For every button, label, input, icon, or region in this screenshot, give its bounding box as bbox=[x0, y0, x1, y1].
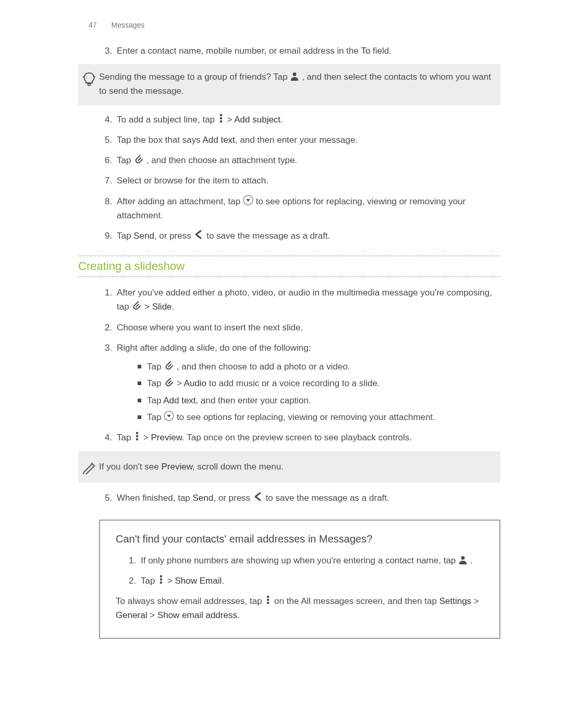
cb-mid: on the All messages screen, and then tap bbox=[274, 596, 439, 606]
ss3-b1-prefix: Tap bbox=[147, 362, 164, 372]
ss3-b3-suffix: , and then enter your caption. bbox=[196, 396, 311, 405]
header-section: Messages bbox=[111, 21, 144, 29]
callout-body: To always show email addresses, tap on t… bbox=[116, 594, 484, 622]
step-6: Tap , and then choose an attachment type… bbox=[115, 153, 500, 167]
section-title-slideshow: Creating a slideshow bbox=[78, 255, 500, 277]
step-6-prefix: Tap bbox=[117, 155, 133, 165]
show-email-label: Show Email bbox=[175, 576, 222, 586]
ss1-suffix: . bbox=[172, 302, 175, 312]
cb-suffix: . bbox=[237, 610, 240, 620]
ss3-b3-prefix: Tap bbox=[147, 396, 163, 405]
step-9-prefix: Tap bbox=[117, 231, 133, 241]
callout-title: Can't find your contacts' email addresse… bbox=[116, 533, 484, 545]
slide-label: Slide bbox=[152, 302, 172, 312]
ss5-suffix: to save the message as a draft. bbox=[266, 493, 389, 503]
cb-prefix: To always show email addresses, tap bbox=[116, 596, 264, 606]
note-text: If you don't see Preview, scroll down th… bbox=[99, 460, 284, 474]
c2-suffix: . bbox=[222, 576, 224, 586]
dropdown-circle-icon bbox=[164, 411, 174, 421]
step-9-suffix: to save the message as a draft. bbox=[206, 231, 330, 241]
ss-step-3: Right after adding a slide, do one of th… bbox=[115, 341, 500, 425]
overflow-menu-icon bbox=[157, 574, 165, 585]
ss3-b2-prefix: Tap bbox=[147, 378, 164, 388]
send-label-2: Send bbox=[193, 493, 214, 503]
person-icon bbox=[290, 71, 299, 81]
cb-gt2: > bbox=[147, 610, 157, 620]
c2-prefix: Tap bbox=[141, 576, 157, 586]
callout-step-2: Tap > Show Email. bbox=[139, 574, 484, 588]
pencil-icon bbox=[79, 460, 99, 474]
ss3-lead: Right after adding a slide, do one of th… bbox=[117, 343, 311, 353]
ss-step-4: Tap > Preview. Tap once on the preview s… bbox=[115, 430, 500, 445]
preview-label: Preview bbox=[151, 433, 182, 442]
step-3: Enter a contact name, mobile number, or … bbox=[115, 44, 500, 58]
settings-label: Settings bbox=[439, 596, 471, 606]
step-4: To add a subject line, tap > Add subject… bbox=[115, 113, 500, 127]
ss3-b2-suffix: to add music or a voice recording to a s… bbox=[206, 378, 380, 388]
note-suffix: , scroll down the menu. bbox=[192, 462, 284, 472]
steps-list: Enter a contact name, mobile number, or … bbox=[78, 44, 500, 58]
step-7: Select or browse for the item to attach. bbox=[115, 174, 500, 188]
steps-list-cont: To add a subject line, tap > Add subject… bbox=[78, 113, 500, 243]
attachment-icon bbox=[164, 360, 174, 371]
tip-text: Sending the message to a group of friend… bbox=[99, 70, 495, 98]
ss5-prefix: When finished, tap bbox=[117, 493, 193, 503]
overflow-menu-icon bbox=[217, 113, 225, 124]
cb-gt1: > bbox=[471, 596, 479, 606]
step-5: Tap the box that says Add text, and then… bbox=[115, 133, 500, 147]
callout-step-1: If only phone numbers are showing up whe… bbox=[139, 553, 484, 567]
lightbulb-icon bbox=[79, 70, 99, 87]
audio-label: Audio bbox=[184, 378, 206, 388]
add-text-label-2: Add text bbox=[163, 396, 195, 405]
tip-prefix: Sending the message to a group of friend… bbox=[99, 72, 290, 82]
overflow-menu-icon bbox=[133, 431, 141, 441]
ss3-b1-suffix: , and then choose to add a photo or a vi… bbox=[177, 362, 350, 372]
attachment-icon bbox=[131, 300, 142, 311]
person-icon bbox=[458, 555, 468, 564]
preview-note: If you don't see Preview, scroll down th… bbox=[78, 451, 500, 483]
ss1-gt: > bbox=[144, 302, 152, 312]
ss4-gt: > bbox=[143, 433, 151, 442]
ss4-prefix: Tap bbox=[117, 433, 133, 442]
c1-suffix: . bbox=[470, 556, 473, 565]
c1-prefix: If only phone numbers are showing up whe… bbox=[141, 556, 458, 565]
preview-label-2: Preview bbox=[162, 462, 193, 472]
attachment-icon bbox=[133, 154, 144, 164]
c2-gt: > bbox=[167, 576, 175, 586]
step-8-prefix: After adding an attachment, tap bbox=[117, 196, 243, 206]
page: 47 Messages Enter a contact name, mobile… bbox=[0, 0, 563, 728]
dropdown-circle-icon bbox=[243, 195, 253, 205]
step-4-suffix: . bbox=[280, 115, 283, 125]
ss3-b2-gt: > bbox=[177, 378, 184, 388]
step-8: After adding an attachment, tap to see o… bbox=[115, 194, 500, 223]
step-4-prefix: To add a subject line, tap bbox=[117, 115, 217, 125]
back-chevron-icon bbox=[193, 229, 204, 240]
ss4-suffix: . Tap once on the preview screen to see … bbox=[182, 433, 412, 442]
ss3-b1: Tap , and then choose to add a photo or … bbox=[138, 360, 500, 374]
group-send-tip: Sending the message to a group of friend… bbox=[78, 64, 500, 105]
ss3-b4-prefix: Tap bbox=[147, 412, 164, 422]
contacts-email-callout: Can't find your contacts' email addresse… bbox=[99, 520, 500, 639]
overflow-menu-icon bbox=[264, 595, 272, 605]
general-label: General bbox=[116, 610, 147, 620]
step-9-mid: , or press bbox=[154, 231, 194, 241]
step-4-gt: > bbox=[227, 115, 235, 125]
callout-list: If only phone numbers are showing up whe… bbox=[116, 553, 484, 588]
ss-step-1: After you've added either a photo, video… bbox=[115, 286, 500, 314]
send-label: Send bbox=[133, 231, 154, 241]
step-3-prefix: Enter a contact name, mobile number, or … bbox=[117, 46, 361, 56]
step-5-prefix: Tap the box that says bbox=[117, 135, 202, 145]
slideshow-steps-cont: When finished, tap Send, or press to sav… bbox=[78, 491, 500, 505]
step-9: Tap Send, or press to save the message a… bbox=[115, 229, 500, 243]
slideshow-steps: After you've added either a photo, video… bbox=[78, 286, 500, 445]
ss3-bullets: Tap , and then choose to add a photo or … bbox=[117, 360, 500, 424]
note-prefix: If you don't see bbox=[99, 462, 162, 472]
ss3-b2: Tap > Audio to add music or a voice reco… bbox=[138, 377, 500, 390]
ss-step-2: Choose where you want to insert the next… bbox=[115, 320, 500, 335]
ss3-b4: Tap to see options for replacing, viewin… bbox=[138, 411, 500, 424]
step-5-suffix: , and then enter your message. bbox=[235, 135, 358, 145]
page-number: 47 bbox=[89, 21, 97, 29]
to-label: To bbox=[361, 46, 370, 56]
attachment-icon bbox=[164, 377, 174, 387]
back-chevron-icon bbox=[253, 491, 263, 502]
